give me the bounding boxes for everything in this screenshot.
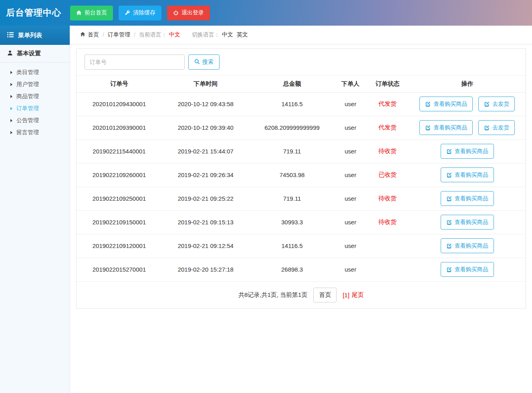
sidebar-menu-item-label: 订单管理 <box>16 105 39 112</box>
edit-icon <box>484 101 490 107</box>
view-products-label: 查看购买商品 <box>433 124 467 131</box>
sidebar-menu-item-label: 用户管理 <box>16 81 39 88</box>
sidebar-menu-item-4[interactable]: 公告管理 <box>0 115 70 127</box>
sidebar-menu-item-label: 公告管理 <box>16 117 39 124</box>
order-time-cell: 2019-02-20 15:27:18 <box>162 258 250 281</box>
order-no-cell: 2020101209390001 <box>77 116 162 139</box>
pagination-current-page[interactable]: [1] <box>343 292 349 298</box>
ship-button[interactable]: 去发货 <box>478 120 515 135</box>
view-products-button[interactable]: 查看购买商品 <box>419 120 473 135</box>
order-user-cell: user <box>335 258 366 281</box>
search-button[interactable]: 搜索 <box>188 54 220 70</box>
col-header-actions: 操作 <box>409 76 526 92</box>
sidebar-menu-item-label: 商品管理 <box>16 93 39 100</box>
order-time-cell: 2020-10-12 09:39:40 <box>162 116 250 139</box>
order-no-cell: 2019022109120001 <box>77 234 162 258</box>
order-time-cell: 2019-02-21 09:25:22 <box>162 187 250 210</box>
order-amount-cell: 6208.209999999999 <box>250 116 335 139</box>
col-header-status: 订单状态 <box>366 76 409 92</box>
search-icon <box>194 59 200 66</box>
sidebar: 菜单列表 基本设置 类目管理 用户管理 商品管理 订单管理 公告管理 留言管理 <box>0 26 70 393</box>
order-no-cell: 2020101209430001 <box>77 92 162 116</box>
order-user-cell: user <box>335 234 366 258</box>
table-row: 2019022109260001 2019-02-21 09:26:34 745… <box>77 163 526 187</box>
col-header-time: 下单时间 <box>162 76 250 92</box>
sidebar-menu-header: 菜单列表 <box>0 26 70 45</box>
order-actions-cell: 查看购买商品 <box>409 139 526 163</box>
main-content: 首页 / 订单管理 / 当前语言： 中文 切换语言： 中文 英文 搜索 <box>70 26 532 393</box>
view-products-button[interactable]: 查看购买商品 <box>419 97 473 111</box>
view-products-button[interactable]: 查看购买商品 <box>441 262 494 277</box>
view-products-button[interactable]: 查看购买商品 <box>441 238 494 253</box>
view-products-button[interactable]: 查看购买商品 <box>441 215 494 230</box>
pagination-summary: 共8记录,共1页, 当前第1页 <box>238 291 308 299</box>
order-amount-cell: 30993.3 <box>250 210 335 234</box>
caret-right-icon <box>10 71 12 74</box>
switch-language-en-link[interactable]: 英文 <box>237 31 248 38</box>
order-status-cell <box>366 234 409 258</box>
order-actions-cell: 查看购买商品 去发货 <box>409 116 526 139</box>
order-actions-cell: 查看购买商品 <box>409 163 526 187</box>
order-time-cell: 2019-02-21 15:44:07 <box>162 139 250 163</box>
edit-icon <box>446 267 452 272</box>
view-products-label: 查看购买商品 <box>455 266 488 273</box>
order-amount-cell: 719.11 <box>250 187 335 210</box>
order-status-cell: 代发货 <box>366 116 409 139</box>
sidebar-section-label: 基本设置 <box>17 50 41 57</box>
view-products-label: 查看购买商品 <box>455 219 488 226</box>
switch-language-zh-link[interactable]: 中文 <box>222 31 233 38</box>
top-header-bar: 后台管理中心 前台首页 清除缓存 退出登录 <box>0 0 532 26</box>
order-actions-cell: 查看购买商品 去发货 <box>409 92 526 116</box>
clear-cache-button[interactable]: 清除缓存 <box>119 6 161 20</box>
frontend-home-label: 前台首页 <box>85 9 107 16</box>
order-time-cell: 2019-02-21 09:12:54 <box>162 234 250 258</box>
sidebar-section-basic-settings[interactable]: 基本设置 <box>0 45 70 62</box>
order-no-cell: 2019022109250001 <box>77 187 162 210</box>
table-row: 2019022015270001 2019-02-20 15:27:18 268… <box>77 258 526 281</box>
caret-right-icon <box>10 83 12 86</box>
order-actions-cell: 查看购买商品 <box>409 210 526 234</box>
frontend-home-button[interactable]: 前台首页 <box>70 6 113 20</box>
sidebar-menu-item-3[interactable]: 订单管理 <box>0 103 70 115</box>
edit-icon <box>446 149 452 154</box>
order-no-cell: 2019022115440001 <box>77 139 162 163</box>
logout-label: 退出登录 <box>181 9 204 16</box>
home-icon <box>76 10 82 16</box>
col-header-amount: 总金额 <box>250 76 335 92</box>
view-products-button[interactable]: 查看购买商品 <box>441 144 494 159</box>
caret-right-icon <box>10 131 12 134</box>
breadcrumb-home-label: 首页 <box>88 31 99 38</box>
edit-icon <box>446 172 452 178</box>
view-products-button[interactable]: 查看购买商品 <box>441 167 494 182</box>
sidebar-menu-item-2[interactable]: 商品管理 <box>0 91 70 103</box>
caret-right-icon <box>10 107 12 110</box>
pagination-first-button[interactable]: 首页 <box>313 288 337 302</box>
breadcrumb: 首页 / 订单管理 / 当前语言： 中文 切换语言： 中文 英文 <box>70 26 532 44</box>
breadcrumb-current[interactable]: 订单管理 <box>108 31 130 38</box>
order-actions-cell: 查看购买商品 <box>409 234 526 258</box>
pagination-last-link[interactable]: 尾页 <box>352 291 364 299</box>
view-products-label: 查看购买商品 <box>433 101 467 108</box>
sidebar-menu-item-5[interactable]: 留言管理 <box>0 127 70 139</box>
logout-button[interactable]: 退出登录 <box>167 6 210 20</box>
col-header-order-no: 订单号 <box>77 76 162 92</box>
sidebar-menu-items: 类目管理 用户管理 商品管理 订单管理 公告管理 留言管理 <box>0 62 70 143</box>
order-no-search-input[interactable] <box>85 54 185 70</box>
view-products-label: 查看购买商品 <box>455 148 488 155</box>
list-icon <box>7 32 14 39</box>
order-amount-cell: 74503.98 <box>250 163 335 187</box>
breadcrumb-home-link[interactable]: 首页 <box>80 31 99 38</box>
ship-button[interactable]: 去发货 <box>478 97 515 111</box>
view-products-button[interactable]: 查看购买商品 <box>441 191 494 206</box>
order-time-cell: 2019-02-21 09:15:13 <box>162 210 250 234</box>
sidebar-menu-item-0[interactable]: 类目管理 <box>0 67 70 79</box>
edit-icon <box>484 125 490 131</box>
power-icon <box>173 10 179 16</box>
topbar-buttons: 前台首页 清除缓存 退出登录 <box>70 6 210 20</box>
order-status-cell: 已收货 <box>366 163 409 187</box>
table-header-row: 订单号 下单时间 总金额 下单人 订单状态 操作 <box>77 76 526 92</box>
edit-icon <box>425 125 431 131</box>
order-user-cell: user <box>335 163 366 187</box>
sidebar-menu-item-1[interactable]: 用户管理 <box>0 79 70 91</box>
search-button-label: 搜索 <box>202 58 214 66</box>
